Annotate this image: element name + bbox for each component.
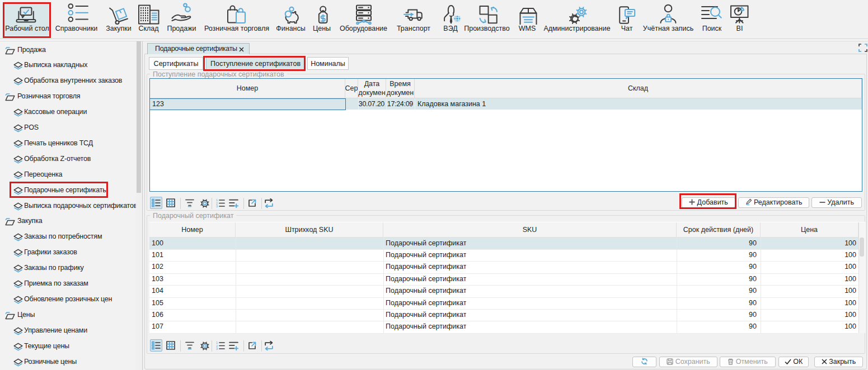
svg-text:3: 3 [216, 347, 218, 350]
svg-text:3: 3 [216, 205, 218, 207]
